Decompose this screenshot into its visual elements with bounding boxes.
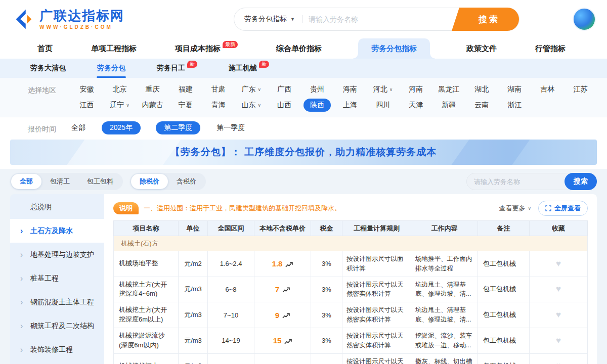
region-item[interactable]: 四川 [375, 99, 391, 112]
price-value: 9 [275, 311, 279, 320]
region-item[interactable]: 辽宁∨ [109, 99, 131, 112]
column-header[interactable]: 工作内容 [411, 221, 478, 236]
region-item[interactable]: 福建 [178, 83, 194, 96]
search-category-dropdown[interactable]: 劳务分包指标 ▼ [234, 15, 302, 24]
tax-cell: 3% [311, 251, 342, 277]
lower-section: 全部包清工包工包料 除税价含税价 搜索 总说明›土石方及降水›地基处理与边坡支护… [0, 169, 607, 364]
region-item[interactable]: 海南 [342, 83, 358, 96]
region-item-label: 吉林 [540, 85, 554, 94]
site-title: 广联达指标网 [39, 9, 124, 22]
column-header[interactable]: 本地不含税单价 [254, 221, 311, 236]
region-item[interactable]: 陕西 [304, 99, 331, 112]
region-item[interactable]: 重庆 [145, 83, 161, 96]
sub-nav-item[interactable]: 劳务大清包 [30, 59, 66, 78]
group-label: 机械土(石)方 [114, 236, 588, 251]
sidebar-item-label: 装饰装修工程 [30, 345, 73, 354]
main-nav-item[interactable]: 单项工程指标 [89, 38, 139, 59]
region-item[interactable]: 宁夏 [178, 99, 194, 112]
sub-nav-item[interactable]: 劳务分包 [97, 59, 125, 78]
favorite-icon[interactable]: ♥ [556, 361, 561, 364]
region-item[interactable]: 贵州 [309, 83, 325, 96]
region-item[interactable]: 上海 [342, 99, 358, 112]
column-header[interactable]: 税金 [311, 221, 342, 236]
region-item[interactable]: 河北∨ [372, 83, 394, 96]
banner-section: 【劳务分包】： 工序维度分包报价，助力精准核算劳务成本 [0, 139, 607, 169]
promo-banner: 【劳务分包】： 工序维度分包报价，助力精准核算劳务成本 [10, 140, 597, 165]
note-text: 一、适用范围：适用于工业，民建类型建筑的基础开挖回填及降水。 [144, 204, 494, 213]
remark-cell: 包工包机械 [478, 251, 530, 277]
favorite-icon[interactable]: ♥ [556, 259, 561, 268]
work-content-cell: 挖淤泥、流沙、装车或堆放一边、移动... [411, 328, 478, 353]
region-item[interactable]: 浙江 [506, 99, 523, 112]
region-item[interactable]: 湖北 [473, 83, 490, 96]
favorite-icon[interactable]: ♥ [556, 336, 561, 345]
global-search-button[interactable]: 搜索 [459, 8, 519, 31]
main-nav-item[interactable]: 项目成本指标最新 [173, 38, 240, 59]
region-item-label: 河北 [373, 85, 387, 94]
tax-mode-tab[interactable]: 除税价 [131, 174, 168, 189]
global-search-input[interactable] [302, 15, 459, 23]
region-item[interactable]: 北京 [112, 83, 128, 96]
region-item-label: 青海 [211, 101, 226, 110]
time-filter-item[interactable]: 2025年 [102, 121, 141, 134]
region-item[interactable]: 青海 [210, 99, 227, 112]
favorite-icon[interactable]: ♥ [556, 284, 561, 294]
region-item[interactable]: 山西 [276, 99, 292, 112]
region-item[interactable]: 江西 [79, 99, 95, 112]
table-container: 项目名称单位全国区间本地不含税单价税金工程量计算规则工作内容备注收藏机械土(石)… [104, 220, 597, 364]
time-filter-item[interactable]: 第一季度 [215, 121, 246, 134]
sidebar-item[interactable]: ›地基处理与边坡支护 [10, 243, 104, 266]
column-header[interactable]: 项目名称 [114, 221, 179, 236]
main-nav-item[interactable]: 行管指标 [533, 38, 568, 59]
table-search-button[interactable]: 搜索 [565, 173, 597, 190]
region-item[interactable]: 内蒙古 [141, 99, 164, 112]
region-item[interactable]: 安徽 [79, 83, 95, 96]
view-more-link[interactable]: 查看更多 ∨ [499, 204, 531, 213]
column-header[interactable]: 收藏 [530, 221, 588, 236]
main-nav-item[interactable]: 首页 [35, 38, 55, 59]
region-item[interactable]: 新疆 [441, 99, 457, 112]
favorite-icon[interactable]: ♥ [556, 310, 561, 320]
region-item[interactable]: 山东∨ [241, 99, 263, 112]
region-item[interactable]: 云南 [473, 99, 490, 112]
sidebar-item[interactable]: 总说明 [10, 195, 104, 219]
region-item[interactable]: 湖南 [506, 83, 523, 96]
region-item[interactable]: 江苏 [572, 83, 588, 96]
region-item[interactable]: 吉林 [539, 83, 555, 96]
region-item[interactable]: 甘肃 [210, 83, 227, 96]
sidebar-item[interactable]: ›装饰装修工程 [10, 338, 104, 361]
region-item-label: 河南 [409, 85, 423, 94]
column-header[interactable]: 全国区间 [208, 221, 254, 236]
contract-type-tab[interactable]: 包工包料 [78, 174, 122, 189]
region-item[interactable]: 广西 [276, 83, 292, 96]
region-item-label: 重庆 [146, 85, 160, 94]
time-filter-item[interactable]: 全部 [70, 121, 86, 134]
sidebar-item[interactable]: ›砌筑工程及二次结构 [10, 314, 104, 338]
region-item[interactable]: 广东∨ [241, 83, 263, 96]
region-item-label: 湖北 [474, 85, 489, 94]
site-logo[interactable]: 广联达指标网 WWW·GLDZB·COM [11, 8, 173, 31]
main-nav-item[interactable]: 劳务分包指标 [358, 38, 430, 59]
favorite-cell: ♥ [530, 302, 588, 328]
main-nav-item[interactable]: 综合单价指标 [274, 38, 324, 59]
column-header[interactable]: 单位 [179, 221, 208, 236]
sub-nav-item[interactable]: 劳务日工新 [157, 59, 197, 78]
region-item[interactable]: 河南 [408, 83, 424, 96]
main-nav-item[interactable]: 政策文件 [464, 38, 499, 59]
region-item[interactable]: 天津 [408, 99, 424, 112]
contract-type-tab[interactable]: 全部 [11, 174, 41, 189]
sidebar-item[interactable]: ›桩基工程 [10, 266, 104, 290]
column-header[interactable]: 备注 [478, 221, 530, 236]
sub-nav-item[interactable]: 施工机械新 [229, 59, 269, 78]
time-filter-item[interactable]: 第二季度 [156, 121, 200, 134]
sidebar-item-label: 砌筑工程及二次结构 [30, 322, 94, 331]
contract-type-tab[interactable]: 包清工 [41, 174, 78, 189]
user-avatar[interactable] [573, 8, 596, 31]
table-search-input[interactable] [474, 178, 565, 186]
sidebar-item[interactable]: ›土石方及降水 [10, 219, 104, 243]
region-item[interactable]: 黑龙江 [437, 83, 460, 96]
fullscreen-button[interactable]: 全屏查看 [538, 201, 588, 216]
tax-mode-tab[interactable]: 含税价 [168, 174, 205, 189]
sidebar-item[interactable]: ›钢筋混凝土主体工程 [10, 290, 104, 314]
column-header[interactable]: 工程量计算规则 [342, 221, 411, 236]
